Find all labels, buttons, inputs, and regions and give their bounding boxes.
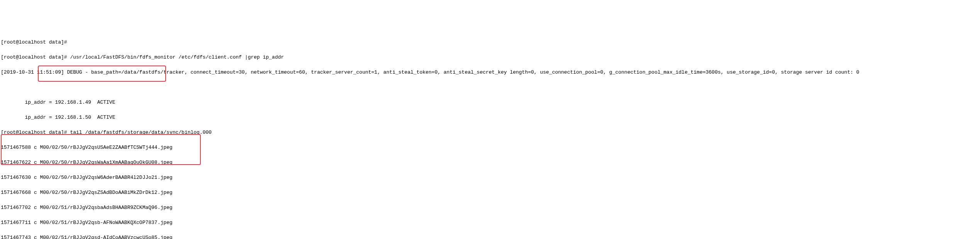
binlog-entry: 1571467711 c M00/02/51/rBJJgV2qsb-AFNoWA… — [1, 219, 979, 227]
shell-prompt: [root@localhost data]# — [1, 54, 70, 60]
binlog-entry: 1571467702 c M00/02/51/rBJJgV2qsbaAdsBHA… — [1, 204, 979, 212]
command-line: [root@localhost data]# /usr/local/FastDF… — [1, 54, 979, 61]
binlog-entry: 1571467588 c M00/02/50/rBJJgV2qsUSAeE2ZA… — [1, 144, 979, 151]
shell-prompt: [root@localhost data]# — [1, 39, 70, 45]
terminal-output[interactable]: [root@localhost data]# [root@localhost d… — [1, 31, 979, 239]
ip-addr-line: ip_addr = 192.168.1.50 ACTIVE — [1, 114, 979, 121]
shell-prompt: [root@localhost data]# — [1, 130, 70, 135]
prompt-line: [root@localhost data]# — [1, 39, 979, 46]
command-text: tail /data/fastdfs/storage/data/sync/bin… — [70, 130, 212, 135]
debug-output: [2019-10-31 11:51:09] DEBUG - base_path=… — [1, 69, 979, 76]
binlog-entry: 1571467743 c M00/02/51/rBJJgV2qsd-AIdCoA… — [1, 234, 979, 239]
binlog-entry: 1571467668 c M00/02/50/rBJJgV2qsZSAdBDoA… — [1, 189, 979, 197]
binlog-entry: 1571467630 c M00/02/50/rBJJgV2qsW6AderBA… — [1, 174, 979, 182]
command-text: /usr/local/FastDFS/bin/fdfs_monitor /etc… — [70, 54, 284, 60]
binlog-entry: 1571467622 c M00/02/50/rBJJgV2qsWaAa1XmA… — [1, 159, 979, 167]
blank-line — [1, 84, 979, 91]
command-line: [root@localhost data]# tail /data/fastdf… — [1, 129, 979, 136]
ip-addr-line: ip_addr = 192.168.1.49 ACTIVE — [1, 99, 979, 106]
